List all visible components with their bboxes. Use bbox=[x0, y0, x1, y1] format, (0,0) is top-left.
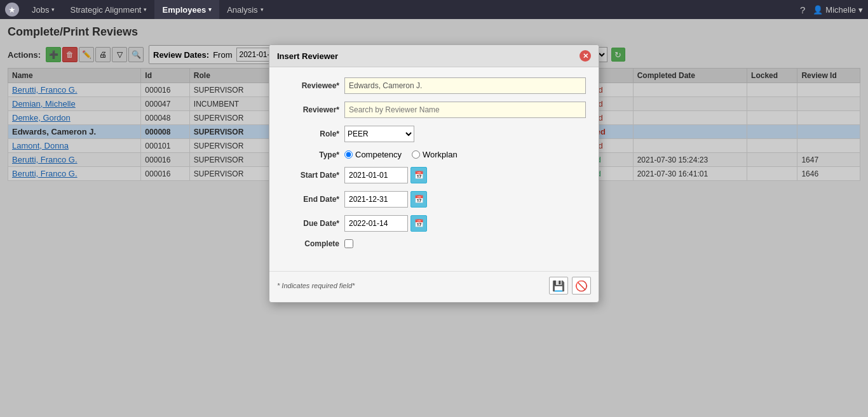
modal-action-buttons: 💾 🚫 bbox=[549, 277, 591, 295]
type-competency-option[interactable]: Competency bbox=[344, 150, 402, 159]
modal-title: Insert Reviewer bbox=[277, 51, 338, 61]
type-workplan-label: Workplan bbox=[423, 150, 458, 159]
nav-jobs[interactable]: Jobs ▾ bbox=[24, 0, 62, 19]
type-workplan-option[interactable]: Workplan bbox=[412, 150, 458, 159]
reviewee-input[interactable] bbox=[344, 77, 586, 94]
modal-close-button[interactable]: ✕ bbox=[580, 50, 591, 62]
start-date-calendar-button[interactable]: 📅 bbox=[410, 167, 427, 183]
due-date-calendar-button[interactable]: 📅 bbox=[410, 215, 427, 232]
complete-label: Complete bbox=[282, 239, 339, 248]
modal-footer: * Indicates required field* 💾 🚫 bbox=[269, 271, 599, 302]
strategic-alignment-arrow-icon: ▾ bbox=[144, 6, 147, 13]
insert-reviewer-modal: Insert Reviewer ✕ Reviewee* Reviewer* Ro… bbox=[269, 44, 599, 303]
jobs-arrow-icon: ▾ bbox=[51, 6, 55, 13]
reviewee-label: Reviewee* bbox=[282, 81, 339, 90]
modal-save-button[interactable]: 💾 bbox=[549, 277, 568, 295]
end-date-calendar-button[interactable]: 📅 bbox=[410, 191, 427, 208]
user-menu-arrow-icon: ▾ bbox=[858, 5, 863, 15]
nav-strategic-alignment[interactable]: Strategic Alignment ▾ bbox=[62, 0, 154, 19]
complete-row: Complete bbox=[282, 239, 586, 248]
reviewee-row: Reviewee* bbox=[282, 77, 586, 94]
type-radio-group: Competency Workplan bbox=[344, 150, 458, 159]
due-date-label: Due Date* bbox=[282, 219, 339, 228]
analysis-arrow-icon: ▾ bbox=[261, 6, 264, 13]
page-content: Complete/Print Reviews Actions: ➕ 🗑 ✏️ 🖨… bbox=[0, 19, 868, 417]
start-date-inputs: 📅 bbox=[344, 167, 427, 183]
due-date-inputs: 📅 bbox=[344, 215, 427, 232]
app-logo: ★ bbox=[5, 3, 19, 17]
top-navigation: ★ Jobs ▾ Strategic Alignment ▾ Employees… bbox=[0, 0, 868, 19]
end-date-input[interactable] bbox=[344, 191, 408, 208]
reviewer-row: Reviewer* bbox=[282, 102, 586, 118]
modal-body: Reviewee* Reviewer* Role* PEER SUPERVISO… bbox=[269, 67, 599, 266]
required-field-note: * Indicates required field* bbox=[277, 282, 355, 289]
due-date-input[interactable] bbox=[344, 215, 408, 232]
type-competency-label: Competency bbox=[355, 150, 402, 159]
start-date-label: Start Date* bbox=[282, 171, 339, 180]
user-menu[interactable]: 👤 Michelle ▾ bbox=[813, 5, 863, 15]
end-date-label: End Date* bbox=[282, 195, 339, 204]
type-row: Type* Competency Workplan bbox=[282, 150, 586, 159]
nav-analysis[interactable]: Analysis ▾ bbox=[219, 0, 271, 19]
modal-overlay: Insert Reviewer ✕ Reviewee* Reviewer* Ro… bbox=[0, 19, 868, 417]
user-name: Michelle bbox=[825, 5, 856, 15]
complete-checkbox[interactable] bbox=[344, 239, 353, 248]
modal-header: Insert Reviewer ✕ bbox=[269, 45, 599, 67]
role-select[interactable]: PEER SUPERVISOR INCUMBENT SUBORDINATE bbox=[344, 126, 414, 142]
nav-employees[interactable]: Employees ▾ bbox=[154, 0, 219, 19]
role-row: Role* PEER SUPERVISOR INCUMBENT SUBORDIN… bbox=[282, 126, 586, 142]
start-date-row: Start Date* 📅 bbox=[282, 167, 586, 183]
reviewer-input[interactable] bbox=[344, 102, 586, 118]
user-icon: 👤 bbox=[813, 5, 823, 15]
type-label: Type* bbox=[282, 150, 339, 159]
type-workplan-radio[interactable] bbox=[412, 150, 420, 159]
due-date-row: Due Date* 📅 bbox=[282, 215, 586, 232]
nav-right-section: ? 👤 Michelle ▾ bbox=[800, 4, 863, 15]
end-date-inputs: 📅 bbox=[344, 191, 427, 208]
help-icon[interactable]: ? bbox=[800, 4, 805, 15]
end-date-row: End Date* 📅 bbox=[282, 191, 586, 208]
modal-cancel-button[interactable]: 🚫 bbox=[572, 277, 591, 295]
employees-arrow-icon: ▾ bbox=[208, 6, 212, 13]
reviewer-label: Reviewer* bbox=[282, 105, 339, 114]
role-label: Role* bbox=[282, 129, 339, 138]
type-competency-radio[interactable] bbox=[344, 150, 353, 159]
start-date-input[interactable] bbox=[344, 167, 408, 183]
